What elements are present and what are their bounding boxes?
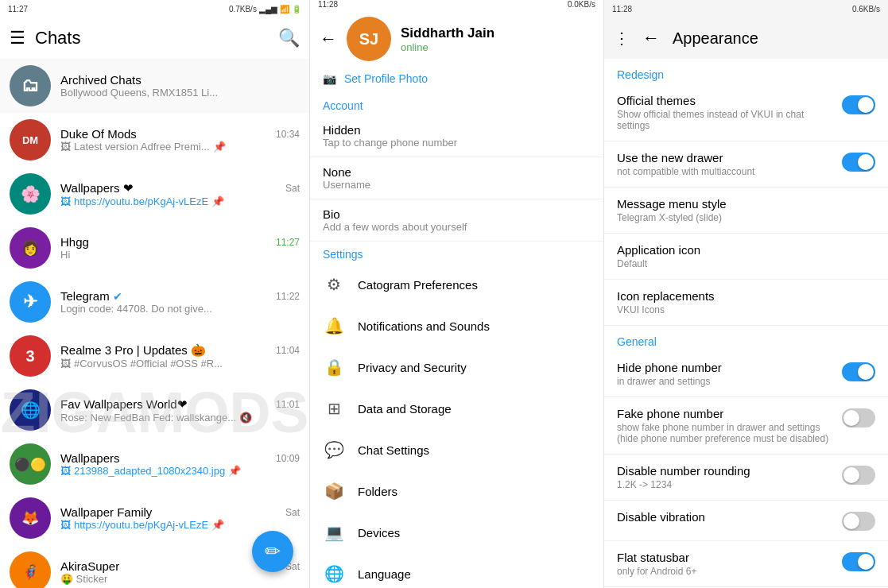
disable-rounding-toggle[interactable] [842, 466, 875, 485]
menu-item-privacy[interactable]: 🔒 Privacy and Security [310, 346, 603, 388]
hide-phone-sub: in drawer and settings [617, 376, 832, 387]
chat-item-dukeofmods[interactable]: DM Duke Of Mods 10:34 🖼 Latest version A… [0, 113, 309, 167]
chat-preview: Bollywood Queens, RMX1851 Li... [60, 87, 300, 99]
search-icon[interactable]: 🔍 [278, 28, 300, 48]
folders-label: Folders [358, 485, 397, 498]
more-icon[interactable]: ⋮ [614, 29, 630, 48]
menu-item-folders[interactable]: 📦 Folders [310, 470, 603, 512]
chat-name-row-realme: Realme 3 Pro | Updates 🎃 11:04 [60, 343, 300, 358]
menu-item-notifications[interactable]: 🔔 Notifications and Sounds [310, 305, 603, 346]
flat-statusbar-toggle[interactable] [842, 552, 875, 571]
signal-icon: ▂▄▆ [259, 5, 277, 14]
avatar-dukeofmods: DM [10, 119, 51, 161]
chat-item-hhgg[interactable]: 👩 Hhgg 11:27 Hi [0, 221, 309, 275]
datastorage-icon: ⊞ [323, 397, 345, 420]
official-themes-text: Official themes Show official themes ins… [617, 94, 842, 131]
new-drawer-toggle[interactable] [842, 153, 875, 172]
appearance-panel: 11:28 0.6KB/s ⋮ ← Appearance Redesign Of… [604, 0, 888, 588]
chat-item-wallpapers2[interactable]: ⚫🟡 Wallpapers 10:09 🖼 213988_adapted_108… [0, 437, 309, 491]
image-icon-realme: 🖼 [60, 358, 71, 369]
toggle-item-disablevibration[interactable]: Disable vibration [604, 501, 888, 541]
pin-icon: 📌 [213, 141, 226, 153]
chat-preview-telegram: Login code: 44708. Do not give... [60, 303, 300, 315]
flat-statusbar-title: Flat statusbar [617, 551, 832, 564]
toggle-item-officialthemes[interactable]: Official themes Show official themes ins… [604, 84, 888, 141]
pin-icon-wallpapers: 📌 [211, 195, 224, 207]
chat-info-dukeofmods: Duke Of Mods 10:34 🖼 Latest version Adfr… [60, 127, 300, 153]
fake-phone-toggle[interactable] [842, 408, 875, 427]
account-section-label: Account [310, 93, 603, 115]
profile-network: 0.0KB/s [568, 0, 595, 9]
menu-item-datastorage[interactable]: ⊞ Data and Storage [310, 388, 603, 429]
official-themes-toggle[interactable] [842, 95, 875, 114]
appearance-network: 0.6KB/s [852, 5, 880, 14]
chat-name-akirasuper: AkiraSuper [60, 559, 119, 573]
menu-item-chatsettings[interactable]: 💬 Chat Settings [310, 429, 603, 470]
toggle-item-fakephonenumber[interactable]: Fake phone number show fake phone number… [604, 397, 888, 455]
account-item-bio[interactable]: Bio Add a few words about yourself [310, 199, 603, 242]
chat-info-telegram: Telegram ✔ 11:22 Login code: 44708. Do n… [60, 289, 300, 315]
plain-item-messagemenustyle[interactable]: Message menu style Telegram X-styled (sl… [604, 188, 888, 234]
back-icon-appearance[interactable]: ← [642, 28, 660, 48]
catogram-label: Catogram Preferences [358, 278, 478, 292]
message-menu-style-title: Message menu style [617, 197, 875, 211]
profile-user-info: Siddharth Jain online [401, 25, 494, 53]
plain-item-iconreplacements[interactable]: Icon replacements VKUI Icons [604, 280, 888, 326]
status-time: 11:27 [8, 5, 28, 14]
disable-vibration-toggle[interactable] [842, 512, 875, 531]
profile-header: ← SJ Siddharth Jain online [310, 9, 603, 68]
fake-phone-title: Fake phone number [617, 407, 832, 420]
chat-name-row-wallpapers: Wallpapers ❤ Sat [60, 181, 300, 195]
new-drawer-title: Use the new drawer [617, 151, 832, 164]
toggle-item-disablenumberrounding[interactable]: Disable number rounding 1.2K -> 1234 [604, 455, 888, 501]
menu-item-catogram[interactable]: ⚙ Catogram Preferences [310, 264, 603, 305]
icon-replacements-sub: VKUI Icons [617, 304, 875, 315]
set-photo-label: Set Profile Photo [344, 72, 428, 85]
chats-title: Chats [35, 28, 80, 48]
profile-name: Siddharth Jain [401, 25, 494, 41]
chat-item-wallpapers[interactable]: 🌸 Wallpapers ❤ Sat 🖼 https://youtu.be/pK… [0, 167, 309, 221]
avatar-realme: 3 [10, 335, 51, 377]
chat-info-wallpapers: Wallpapers ❤ Sat 🖼 https://youtu.be/pKgA… [60, 181, 300, 207]
chat-name-row-wallpaperfamily: Wallpaper Family Sat [60, 505, 300, 519]
account-item-phone[interactable]: Hidden Tap to change phone number [310, 115, 603, 157]
catogram-icon: ⚙ [323, 273, 345, 296]
compose-fab[interactable]: ✏ [252, 531, 293, 572]
menu-item-language[interactable]: 🌐 Language [310, 553, 603, 588]
chat-name-favwallpapers: Fav Wallpapers World❤ [60, 397, 188, 412]
back-icon-profile[interactable]: ← [320, 29, 337, 49]
wifi-icon: 📶 [280, 5, 289, 14]
chat-name-row-dukeofmods: Duke Of Mods 10:34 [60, 127, 300, 141]
chat-name-hhgg: Hhgg [60, 235, 89, 249]
network-speed: 0.7KB/s [229, 5, 257, 14]
chat-item-telegram[interactable]: ✈ Telegram ✔ 11:22 Login code: 44708. Do… [0, 275, 309, 329]
chat-item-archived[interactable]: 🗂 Archived Chats Bollywood Queens, RMX18… [0, 59, 309, 113]
menu-item-devices[interactable]: 💻 Devices [310, 512, 603, 553]
chat-preview-dukeofmods: 🖼 Latest version Adfree Premi... 📌 [60, 141, 300, 153]
hide-phone-toggle[interactable] [842, 362, 875, 381]
set-photo-row[interactable]: 📷 Set Profile Photo [310, 68, 603, 93]
hamburger-icon[interactable]: ☰ [10, 28, 25, 48]
redesign-section-header: Redesign [604, 59, 888, 84]
chat-item-realme[interactable]: 3 Realme 3 Pro | Updates 🎃 11:04 🖼 #Corv… [0, 329, 309, 383]
username-title: None [323, 165, 591, 179]
avatar-telegram: ✈ [10, 281, 51, 323]
general-section-header: General [604, 326, 888, 351]
profile-panel: 11:28 0.0KB/s ← SJ Siddharth Jain online… [310, 0, 604, 588]
toggle-item-hidephonenumber[interactable]: Hide phone number in drawer and settings [604, 351, 888, 397]
chat-time-telegram: 11:22 [276, 291, 300, 302]
chat-time-hhgg: 11:27 [276, 237, 300, 248]
app-icon-sub: Default [617, 258, 875, 269]
toggle-item-flatstatusbar[interactable]: Flat statusbar only for Android 6+ [604, 541, 888, 587]
icon-replacements-title: Icon replacements [617, 289, 875, 303]
chat-name-row-hhgg: Hhgg 11:27 [60, 235, 300, 249]
account-item-username[interactable]: None Username [310, 157, 603, 199]
chat-item-favwallpapers[interactable]: 🌐 Fav Wallpapers World❤ 11:01 Rose: New … [0, 383, 309, 437]
chat-name-wallpaperfamily: Wallpaper Family [60, 505, 152, 519]
chat-time-wallpapers2: 10:09 [276, 453, 300, 464]
chat-name-dukeofmods: Duke Of Mods [60, 127, 137, 141]
flat-statusbar-text: Flat statusbar only for Android 6+ [617, 551, 842, 577]
toggle-item-newdrawer[interactable]: Use the new drawer not compatible with m… [604, 141, 888, 188]
chat-time-wallpapers: Sat [285, 183, 300, 194]
plain-item-appicon[interactable]: Application icon Default [604, 234, 888, 280]
